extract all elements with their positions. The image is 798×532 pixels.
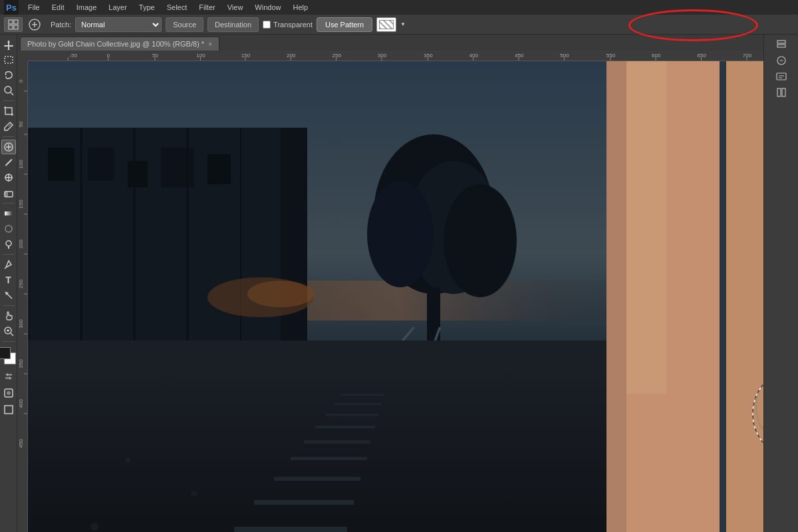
ruler-left: 0 50 100 150 200 250 300 350 400	[17, 61, 28, 532]
svg-text:550: 550	[606, 53, 616, 59]
source-button[interactable]: Source	[166, 17, 203, 32]
ruler-corner	[17, 51, 28, 61]
foreground-color[interactable]	[0, 347, 11, 359]
svg-text:450: 450	[515, 53, 524, 59]
svg-text:200: 200	[18, 239, 24, 249]
svg-point-122	[90, 523, 98, 531]
svg-rect-17	[5, 192, 8, 197]
tool-gradient[interactable]	[1, 206, 16, 221]
svg-rect-111	[234, 527, 347, 532]
tool-eyedropper[interactable]	[1, 119, 16, 134]
menu-edit[interactable]: Edit	[47, 2, 70, 13]
pattern-dropdown-arrow[interactable]: ▼	[400, 21, 406, 27]
svg-text:500: 500	[560, 53, 569, 59]
canvas-wrapper: -50 0 50 100 150 200 250 300 350	[17, 51, 763, 532]
svg-text:50: 50	[152, 53, 158, 59]
toolbar-separator-6	[3, 341, 15, 342]
tool-eraser[interactable]	[1, 186, 16, 200]
svg-rect-134	[777, 41, 785, 43]
svg-marker-7	[4, 40, 13, 50]
tab-close-button[interactable]: ×	[208, 41, 212, 48]
svg-text:400: 400	[469, 53, 479, 59]
tool-quick-select[interactable]	[1, 83, 16, 98]
tool-lasso[interactable]	[1, 68, 16, 82]
document-tab[interactable]: Photo by Gold Chain Collective.jpg @ 100…	[20, 37, 219, 51]
panel-btn-3[interactable]	[774, 69, 789, 84]
menu-layer[interactable]: Layer	[103, 2, 132, 13]
use-pattern-button[interactable]: Use Pattern	[317, 17, 372, 32]
svg-point-29	[7, 391, 11, 395]
svg-text:250: 250	[332, 53, 341, 59]
tool-clone-stamp[interactable]	[1, 170, 16, 185]
tool-icon-healing	[27, 17, 43, 33]
svg-rect-3	[14, 25, 18, 29]
svg-text:200: 200	[287, 53, 296, 59]
tool-blur[interactable]	[1, 221, 16, 236]
tool-path-selection[interactable]	[1, 288, 16, 303]
menu-window[interactable]: Window	[249, 2, 286, 13]
tab-bar: Photo by Gold Chain Collective.jpg @ 100…	[17, 35, 763, 51]
svg-line-10	[11, 92, 13, 95]
panel-btn-2[interactable]	[774, 53, 789, 68]
screen-mode-button[interactable]	[1, 402, 16, 417]
svg-text:100: 100	[18, 160, 24, 169]
menu-bar: Ps File Edit Image Layer Type Select Fil…	[0, 0, 798, 15]
svg-rect-126	[626, 61, 666, 394]
ruler-top: -50 0 50 100 150 200 250 300 350	[28, 51, 763, 61]
menu-type[interactable]: Type	[134, 2, 160, 13]
patch-select[interactable]: Normal Content-Aware	[75, 17, 162, 32]
switch-colors-button[interactable]	[1, 369, 16, 384]
toolbar-separator-4	[3, 254, 15, 255]
toolbar-separator-5	[3, 305, 15, 306]
svg-text:650: 650	[697, 53, 706, 59]
tool-zoom[interactable]	[1, 324, 16, 338]
destination-button[interactable]: Destination	[207, 17, 259, 32]
right-panels	[763, 35, 798, 532]
pattern-swatch[interactable]	[376, 17, 396, 32]
transparent-label: Transparent	[273, 21, 313, 29]
canvas[interactable]: Will Never Fade	[28, 61, 763, 532]
menu-image[interactable]: Image	[71, 2, 102, 13]
transparent-group: Transparent	[263, 21, 313, 29]
tool-rectangular-marquee[interactable]	[1, 53, 16, 67]
tool-pen[interactable]	[1, 257, 16, 272]
tool-hand[interactable]	[1, 309, 16, 323]
panel-btn-1[interactable]	[774, 37, 789, 52]
quick-mask-button[interactable]	[1, 386, 16, 400]
svg-rect-140	[777, 88, 781, 96]
svg-rect-18	[5, 211, 13, 215]
menu-help[interactable]: Help	[287, 2, 313, 13]
menu-file[interactable]: File	[23, 2, 45, 13]
svg-rect-116	[315, 426, 375, 428]
svg-text:0: 0	[107, 53, 110, 59]
svg-rect-0	[9, 20, 13, 24]
tool-brush[interactable]	[1, 155, 16, 170]
svg-rect-1	[14, 20, 18, 24]
tool-dodge[interactable]	[1, 237, 16, 251]
menu-select[interactable]: Select	[162, 2, 193, 13]
svg-line-25	[11, 333, 13, 336]
menu-filter[interactable]: Filter	[194, 2, 220, 13]
svg-point-121	[191, 490, 198, 497]
svg-rect-119	[340, 394, 384, 396]
tool-preset-button[interactable]	[4, 17, 23, 32]
tool-healing-brush[interactable]	[1, 140, 16, 154]
svg-rect-8	[5, 57, 13, 63]
svg-rect-118	[334, 403, 382, 405]
color-swatch-container	[0, 347, 19, 367]
tool-crop[interactable]	[1, 104, 16, 118]
svg-rect-91	[128, 161, 148, 188]
svg-rect-112	[254, 500, 354, 505]
svg-rect-90	[88, 148, 114, 181]
ruler-top-svg: -50 0 50 100 150 200 250 300 350	[28, 51, 763, 61]
svg-rect-110	[28, 367, 646, 532]
svg-point-120	[125, 458, 130, 463]
svg-text:350: 350	[18, 359, 24, 368]
document-tab-label: Photo by Gold Chain Collective.jpg @ 100…	[27, 40, 204, 48]
transparent-checkbox[interactable]	[263, 21, 271, 29]
tool-move[interactable]	[1, 37, 16, 52]
svg-rect-125	[606, 61, 626, 532]
tool-type[interactable]: T	[1, 273, 16, 287]
menu-view[interactable]: View	[222, 2, 249, 13]
panel-btn-4[interactable]	[774, 85, 789, 100]
